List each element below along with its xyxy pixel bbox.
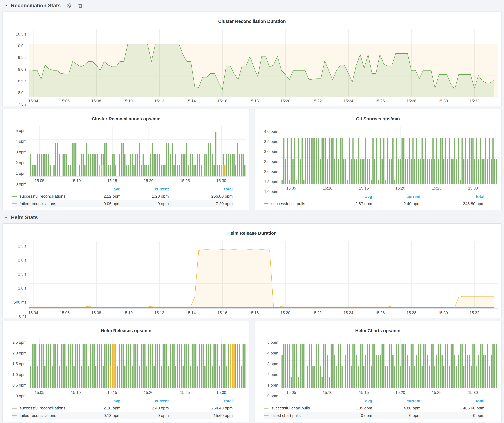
x-tick-label: 15:28: [407, 99, 416, 103]
x-tick-label: 15:12: [155, 311, 164, 315]
panel-title[interactable]: Helm Charts ops/min: [258, 327, 498, 335]
x-tick-label: 15:20: [395, 186, 405, 190]
x-axis: 15:0515:1015:1515:2015:2515:30: [29, 177, 246, 184]
section-header-reconciliation-stats[interactable]: Reconciliation Stats: [4, 1, 504, 10]
panel-title[interactable]: Helm Releases ops/min: [6, 327, 246, 335]
y-tick-label: 4.0 opm: [264, 129, 278, 134]
legend-series-label[interactable]: successful chart pulls: [271, 406, 310, 411]
panel-title[interactable]: Cluster Reconciliations ops/min: [6, 115, 246, 123]
legend-header-total: total: [420, 399, 484, 403]
legend-series-name[interactable]: failed reconciliations: [12, 201, 72, 206]
legend-series-label[interactable]: failed reconciliations: [20, 413, 56, 418]
y-tick-label: 3.0 opm: [264, 149, 278, 154]
y-tick-label: 5 opm: [16, 128, 26, 133]
y-tick-label: 0 opm: [267, 394, 278, 398]
chart-canvas[interactable]: [281, 338, 498, 388]
section-title[interactable]: Helm Stats: [11, 214, 38, 220]
chart-canvas[interactable]: [29, 29, 498, 97]
x-tick-label: 15:24: [343, 311, 353, 315]
legend-header-row: avgcurrenttotal: [12, 186, 233, 193]
y-axis: 0 opm1 opm2 opm3 opm4 opm5 opm: [258, 338, 281, 396]
chevron-down-icon[interactable]: [4, 4, 8, 8]
section-title[interactable]: Reconciliation Stats: [11, 3, 61, 9]
x-tick-label: 15:05: [286, 390, 296, 395]
legend-series-label[interactable]: failed chart pulls: [271, 413, 301, 418]
x-tick-label: 15:25: [180, 178, 190, 183]
chart-canvas[interactable]: [29, 241, 498, 308]
legend-stat-current: 2.40 opm: [372, 201, 420, 206]
x-tick-label: 15:14: [186, 99, 196, 103]
y-tick-label: 1.0 opm: [12, 372, 26, 377]
x-tick-label: 15:10: [323, 186, 332, 190]
legend-stat-avg: 3.85 opm: [324, 406, 372, 411]
x-tick-label: 15:30: [438, 99, 448, 103]
x-tick-label: 15:32: [469, 99, 479, 103]
legend-series-name[interactable]: successful git pulls: [264, 201, 324, 206]
legend-series-marker: [264, 408, 269, 409]
x-tick-label: 15:10: [123, 99, 133, 103]
legend-stat-total: 7.20 opm: [169, 201, 233, 206]
legend-stat-avg: 2.87 opm: [324, 201, 372, 206]
trash-icon[interactable]: [78, 3, 83, 8]
plot-area[interactable]: [281, 338, 498, 388]
plot-area[interactable]: [29, 126, 246, 177]
chevron-down-icon[interactable]: [4, 215, 8, 219]
chart-canvas[interactable]: [281, 126, 498, 184]
plot-area[interactable]: [281, 126, 498, 184]
legend-series-name[interactable]: failed reconciliations: [12, 413, 72, 418]
legend-stat-total: 0 opm: [420, 413, 484, 418]
y-tick-label: 8.5 s: [18, 79, 26, 83]
legend-series-marker: [12, 203, 17, 204]
x-tick-label: 15:30: [216, 178, 226, 183]
x-tick-label: 15:18: [249, 99, 259, 103]
legend-row: successful git pulls2.87 opm2.40 opm346.…: [264, 200, 484, 207]
x-tick-label: 15:15: [107, 390, 117, 395]
legend-series-name[interactable]: failed chart pulls: [264, 413, 324, 418]
legend-series-label[interactable]: successful reconciliations: [20, 406, 65, 411]
legend-series-name[interactable]: successful chart pulls: [264, 406, 324, 411]
legend-series-label[interactable]: successful reconciliations: [20, 194, 65, 199]
y-tick-label: 1.0 opm: [264, 189, 278, 194]
chart-cluster-reconciliation-duration: 7.5 s8.0 s8.5 s9.0 s9.5 s10.0 s10.5 s 15…: [6, 29, 498, 104]
legend-stat-total: 465.60 opm: [420, 406, 484, 411]
plot-area[interactable]: [29, 29, 498, 97]
legend-header-avg: avg: [324, 399, 372, 403]
plot-area[interactable]: [29, 338, 246, 388]
y-tick-label: 10.0 s: [16, 44, 26, 48]
section-header-helm-stats[interactable]: Helm Stats: [4, 213, 504, 222]
y-tick-label: 0 ns: [19, 314, 26, 318]
y-tick-label: 2.0 opm: [264, 169, 278, 174]
x-tick-label: 15:06: [60, 99, 70, 103]
legend-stat-avg: 0.06 opm: [72, 201, 120, 206]
panel-title[interactable]: Helm Release Duration: [6, 229, 498, 237]
gear-icon[interactable]: [66, 3, 72, 8]
x-tick-label: 15:15: [107, 178, 117, 183]
y-tick-label: 2 opm: [16, 160, 26, 165]
y-tick-label: 3 opm: [267, 361, 278, 366]
panel-title[interactable]: Cluster Reconciliation Duration: [6, 18, 498, 25]
legend-series-label[interactable]: failed reconciliations: [20, 201, 56, 206]
legend-row: successful reconciliations2.12 opm1.20 o…: [12, 193, 233, 200]
panel-helm-charts-opm: Helm Charts ops/min 0 opm1 opm2 opm3 opm…: [254, 321, 502, 422]
dashboard: Reconciliation Stats Cluster Reconciliat…: [0, 0, 504, 422]
y-axis: 0 opm0.5 opm1.0 opm1.5 opm2.0 opm2.5 opm: [6, 338, 29, 396]
chart-canvas[interactable]: [29, 338, 246, 388]
legend-header-current: current: [120, 187, 169, 192]
legend-stat-avg: 0.13 opm: [72, 413, 120, 418]
y-axis: 1.0 opm1.5 opm2.0 opm2.5 opm3.0 opm3.5 o…: [258, 126, 281, 192]
legend-header-current: current: [372, 399, 420, 403]
legend-series-label[interactable]: successful git pulls: [271, 201, 305, 206]
legend-stat-total: 256.80 opm: [169, 194, 233, 199]
legend-series-name[interactable]: successful reconciliations: [12, 406, 72, 411]
x-tick-label: 15:25: [432, 390, 442, 395]
x-tick-label: 15:10: [123, 311, 133, 315]
panel-title[interactable]: Git Sources ops/min: [258, 115, 498, 123]
legend-row: failed reconciliations0.06 opm0 opm7.20 …: [12, 200, 233, 207]
y-tick-label: 8.0 s: [18, 90, 26, 95]
plot-area[interactable]: [29, 241, 498, 309]
chart-canvas[interactable]: [29, 126, 246, 176]
legend-stat-current: 2.40 opm: [120, 406, 169, 411]
legend-series-name[interactable]: successful reconciliations: [12, 194, 72, 199]
y-tick-label: 1.5 opm: [264, 179, 278, 184]
x-tick-label: 15:26: [375, 99, 385, 103]
